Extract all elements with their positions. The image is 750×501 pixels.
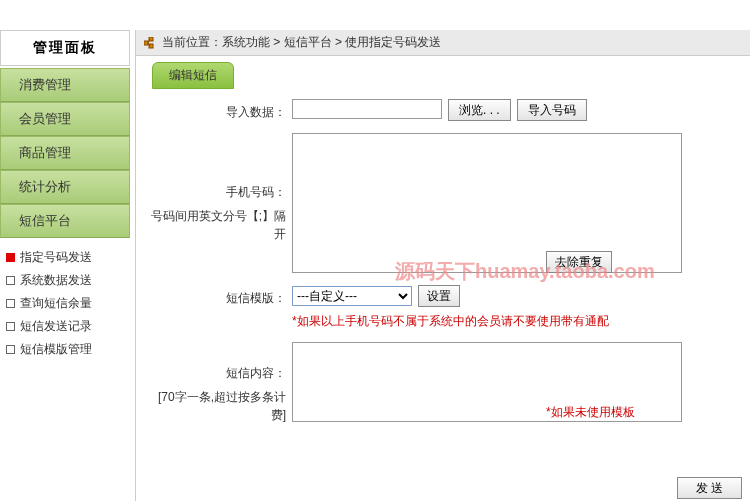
svg-rect-0 [144, 41, 148, 45]
content-label: 短信内容： [146, 364, 286, 382]
footer-bar: 发 送 [677, 477, 742, 499]
breadcrumb-path: 系统功能 > 短信平台 > 使用指定号码发送 [222, 34, 441, 51]
row-template: 短信模版： ---自定义--- 设置 *如果以上手机号码不属于系统中的会员请不要… [146, 285, 740, 330]
phone-label: 手机号码： [146, 183, 286, 201]
menu-item-sms[interactable]: 短信平台 [0, 204, 130, 238]
sidebar: 管理面板 消费管理 会员管理 商品管理 统计分析 短信平台 指定号码发送 系统数… [0, 30, 130, 361]
panel-tab: 编辑短信 [152, 62, 234, 89]
menu-item-product[interactable]: 商品管理 [0, 136, 130, 170]
checkbox-icon [6, 345, 15, 354]
row-import: 导入数据： 浏览. . . 导入号码 [146, 99, 740, 121]
import-file-input[interactable] [292, 99, 442, 119]
checkbox-icon [6, 299, 15, 308]
import-number-button[interactable]: 导入号码 [517, 99, 587, 121]
breadcrumb-prefix: 当前位置： [162, 34, 222, 51]
sub-item-send-by-number[interactable]: 指定号码发送 [6, 246, 130, 269]
sub-item-label: 系统数据发送 [20, 272, 92, 289]
menu-item-member[interactable]: 会员管理 [0, 102, 130, 136]
breadcrumb: 当前位置： 系统功能 > 短信平台 > 使用指定号码发送 [136, 30, 750, 56]
sub-item-label: 短信发送记录 [20, 318, 92, 335]
content-hint2: *如果未使用模板 [546, 404, 635, 421]
checkbox-icon [6, 276, 15, 285]
phone-textarea[interactable] [292, 133, 682, 273]
sub-item-system-data[interactable]: 系统数据发送 [6, 269, 130, 292]
set-button[interactable]: 设置 [418, 285, 460, 307]
sidebar-menu: 消费管理 会员管理 商品管理 统计分析 短信平台 [0, 68, 130, 238]
main-panel: 当前位置： 系统功能 > 短信平台 > 使用指定号码发送 编辑短信 导入数据： … [135, 30, 750, 501]
content-label-col: 短信内容： [70字一条,超过按多条计费] [146, 342, 292, 424]
template-select[interactable]: ---自定义--- [292, 286, 412, 306]
content-hint: [70字一条,超过按多条计费] [146, 388, 286, 424]
sidebar-sublist: 指定号码发送 系统数据发送 查询短信余量 短信发送记录 短信模版管理 [0, 246, 130, 361]
form-area: 导入数据： 浏览. . . 导入号码 手机号码： 号码间用英文分号【;】隔开 去… [136, 89, 750, 446]
menu-item-consume[interactable]: 消费管理 [0, 68, 130, 102]
checkbox-icon [6, 322, 15, 331]
phone-label-col: 手机号码： 号码间用英文分号【;】隔开 [146, 133, 292, 273]
browse-button[interactable]: 浏览. . . [448, 99, 511, 121]
phone-hint: 号码间用英文分号【;】隔开 [146, 207, 286, 243]
send-button[interactable]: 发 送 [677, 477, 742, 499]
dedup-button[interactable]: 去除重复 [546, 251, 612, 273]
row-phone: 手机号码： 号码间用英文分号【;】隔开 去除重复 [146, 133, 740, 273]
location-icon [144, 37, 158, 49]
sub-item-send-log[interactable]: 短信发送记录 [6, 315, 130, 338]
template-label: 短信模版： [146, 285, 292, 330]
sub-item-label: 查询短信余量 [20, 295, 92, 312]
template-hint: *如果以上手机号码不属于系统中的会员请不要使用带有通配 [292, 313, 609, 330]
checkbox-icon [6, 253, 15, 262]
sub-item-template-mgmt[interactable]: 短信模版管理 [6, 338, 130, 361]
sub-item-query-balance[interactable]: 查询短信余量 [6, 292, 130, 315]
sidebar-title: 管理面板 [0, 30, 130, 66]
import-label: 导入数据： [146, 99, 292, 121]
sub-item-label: 短信模版管理 [20, 341, 92, 358]
sub-item-label: 指定号码发送 [20, 249, 92, 266]
row-content: 短信内容： [70字一条,超过按多条计费] *如果未使用模板 [146, 342, 740, 424]
menu-item-stats[interactable]: 统计分析 [0, 170, 130, 204]
